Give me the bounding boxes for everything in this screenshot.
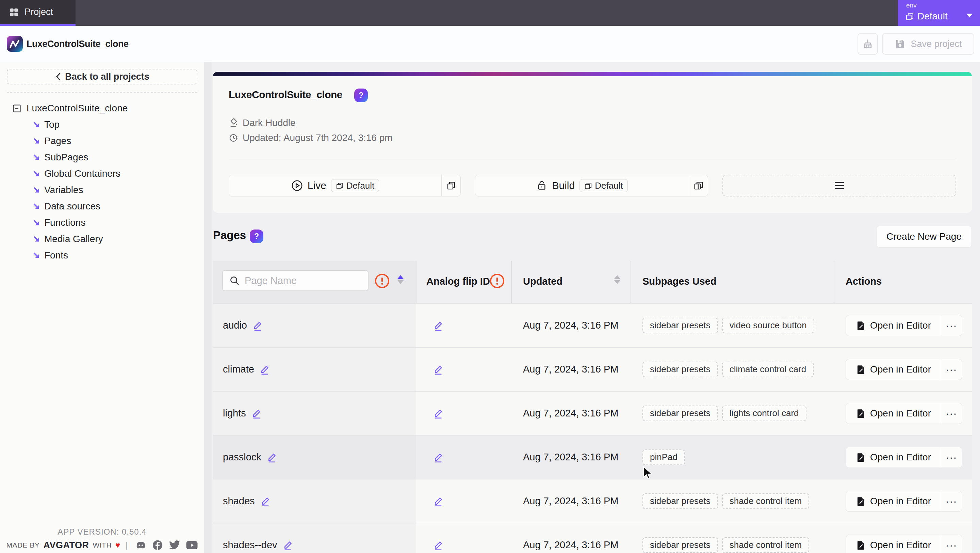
build-window-button[interactable] xyxy=(689,175,708,196)
page-name-search[interactable] xyxy=(222,270,369,291)
edit-pencil-icon[interactable] xyxy=(253,320,263,331)
sidebar-item-fonts[interactable]: Fonts xyxy=(32,247,121,264)
open-in-editor-button[interactable]: Open in Editor xyxy=(846,535,941,553)
edit-pencil-icon[interactable] xyxy=(260,496,270,506)
save-project-button[interactable]: Save project xyxy=(882,33,974,55)
subpages-cell: sidebar presetsshade control item xyxy=(643,523,809,553)
tree-root-label: LuxeControlSuite_clone xyxy=(27,103,127,114)
edit-pencil-icon[interactable] xyxy=(259,364,270,375)
subpage-chip[interactable]: climate control card xyxy=(722,362,814,377)
edit-pencil-icon[interactable] xyxy=(267,452,277,462)
search-input[interactable] xyxy=(245,275,353,286)
app-version: APP VERSION: 0.50.4 xyxy=(0,527,204,537)
subpage-chip[interactable]: sidebar presets xyxy=(643,362,718,377)
edit-pencil-icon[interactable] xyxy=(433,496,443,506)
subpage-chip[interactable]: pinPad xyxy=(643,449,685,465)
env-selector[interactable]: env Default xyxy=(898,0,980,26)
subpage-chip[interactable]: sidebar presets xyxy=(643,318,718,333)
edit-pencil-icon[interactable] xyxy=(433,364,443,375)
back-to-projects-button[interactable]: Back to all projects xyxy=(7,69,197,84)
row-more-button[interactable]: ... xyxy=(941,359,962,380)
edit-pencil-icon[interactable] xyxy=(251,408,262,419)
avgator-logo xyxy=(7,36,23,52)
open-in-editor-button[interactable]: Open in Editor xyxy=(846,403,941,424)
open-in-editor-button[interactable]: Open in Editor xyxy=(846,447,941,467)
tree-arrow-icon xyxy=(32,235,40,243)
save-icon xyxy=(894,38,906,50)
copy-icon xyxy=(446,180,456,191)
sidebar-item-functions[interactable]: Functions xyxy=(32,215,121,231)
page-name-cell: climate xyxy=(223,347,270,391)
tab-project[interactable]: Project xyxy=(0,0,76,26)
updated-text: Updated: August 7th 2024, 3:16 pm xyxy=(243,132,393,143)
row-more-button[interactable]: ... xyxy=(941,535,962,553)
theme-row: Dark Huddle xyxy=(229,118,296,128)
with-label: WITH xyxy=(92,541,111,549)
subpage-chip[interactable]: shade control item xyxy=(722,537,809,553)
analog-flip-id-cell xyxy=(433,523,443,553)
sidebar-item-variables[interactable]: Variables xyxy=(32,182,121,198)
create-new-page-button[interactable]: Create New Page xyxy=(876,226,972,247)
sidebar-item-global-containers[interactable]: Global Containers xyxy=(32,166,121,182)
sidebar-main-divider xyxy=(204,62,212,553)
live-copy-button[interactable] xyxy=(441,175,460,196)
live-button[interactable]: Live Default xyxy=(229,175,461,196)
subpage-chip[interactable]: sidebar presets xyxy=(643,406,718,421)
edit-pencil-icon[interactable] xyxy=(433,408,443,419)
facebook-icon[interactable] xyxy=(152,539,163,551)
subpage-chip[interactable]: shade control item xyxy=(722,493,809,509)
tree-root[interactable]: LuxeControlSuite_clone xyxy=(12,101,127,116)
col-actions: Actions xyxy=(846,276,882,287)
row-more-button[interactable]: ... xyxy=(941,491,962,512)
open-in-editor-button[interactable]: Open in Editor xyxy=(846,315,941,336)
tree-arrow-icon xyxy=(32,170,40,178)
actions-cell: Open in Editor ... xyxy=(846,435,962,479)
updated-cell: Aug 7, 2024, 3:16 PM xyxy=(523,523,619,553)
sidebar-item-pages[interactable]: Pages xyxy=(32,133,121,149)
subpage-chip[interactable]: sidebar presets xyxy=(643,537,718,553)
pages-help-badge[interactable]: ? xyxy=(250,229,263,243)
build-button[interactable]: Build Default xyxy=(475,175,708,196)
env-squares-icon xyxy=(336,182,344,190)
editor-doc-icon xyxy=(856,408,866,419)
edit-pencil-icon[interactable] xyxy=(433,320,443,331)
sort-page-name[interactable] xyxy=(398,275,404,284)
row-more-button[interactable]: ... xyxy=(941,447,962,467)
actions-cell: Open in Editor ... xyxy=(846,523,962,553)
sidebar-item-subpages[interactable]: SubPages xyxy=(32,149,121,166)
help-badge[interactable]: ? xyxy=(354,89,368,102)
sort-updated[interactable] xyxy=(614,275,620,284)
subpage-chip[interactable]: sidebar presets xyxy=(643,493,718,509)
edit-pencil-icon[interactable] xyxy=(283,540,293,550)
cleanup-button[interactable] xyxy=(858,33,878,55)
lock-icon xyxy=(536,180,547,191)
tab-project-label: Project xyxy=(24,7,53,18)
page-name-cell: passlock xyxy=(223,435,277,479)
collapse-icon[interactable] xyxy=(12,104,21,113)
row-more-button[interactable]: ... xyxy=(941,403,962,424)
subpages-cell: sidebar presetsclimate control card xyxy=(643,347,814,391)
updated-cell: Aug 7, 2024, 3:16 PM xyxy=(523,304,619,347)
sidebar-item-data-sources[interactable]: Data sources xyxy=(32,198,121,215)
theme-name: Dark Huddle xyxy=(243,118,296,128)
open-in-editor-button[interactable]: Open in Editor xyxy=(846,359,941,380)
twitter-icon[interactable] xyxy=(169,540,181,551)
sidebar-item-top[interactable]: Top xyxy=(32,116,121,133)
edit-pencil-icon[interactable] xyxy=(433,540,443,550)
more-options-button[interactable] xyxy=(722,175,956,196)
subpage-chip[interactable]: video source button xyxy=(722,318,814,333)
app-title: LuxeControlSuite_clone xyxy=(27,26,129,62)
open-in-editor-button[interactable]: Open in Editor xyxy=(846,491,941,512)
edit-pencil-icon[interactable] xyxy=(433,452,443,462)
pages-section-title: Pages xyxy=(213,229,246,242)
clock-icon xyxy=(229,133,239,143)
chevron-left-icon xyxy=(55,73,62,81)
youtube-icon[interactable] xyxy=(186,540,198,551)
sidebar-item-media-gallery[interactable]: Media Gallery xyxy=(32,231,121,247)
subpage-chip[interactable]: lights control card xyxy=(722,406,807,421)
alert-circle-icon xyxy=(374,273,390,289)
analog-flip-id-cell xyxy=(433,347,443,391)
table-row-audio: audio Aug 7, 2024, 3:16 PM sidebar prese… xyxy=(213,303,972,347)
row-more-button[interactable]: ... xyxy=(941,315,962,336)
discord-icon[interactable] xyxy=(135,539,147,551)
